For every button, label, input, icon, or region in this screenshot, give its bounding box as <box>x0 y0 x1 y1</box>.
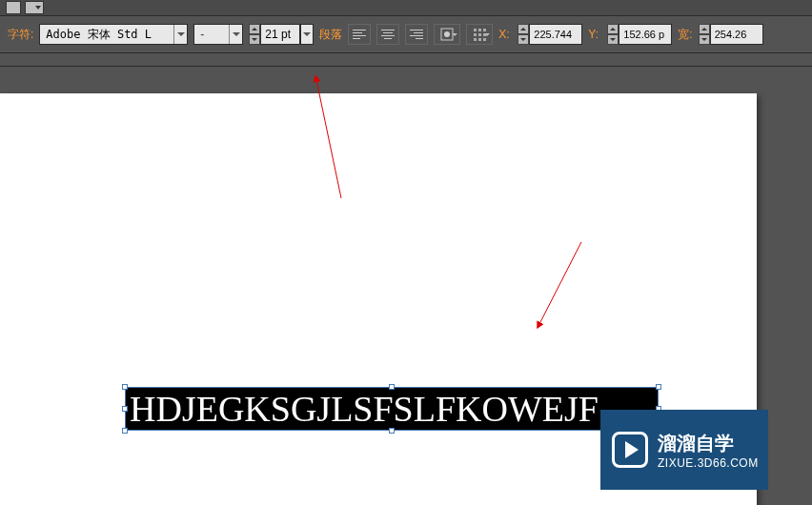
y-down[interactable] <box>607 34 619 45</box>
control-toolbar: 字符: Adobe 宋体 Std L - 21 pt 段落 X: <box>0 15 812 53</box>
grid-button[interactable] <box>466 24 493 45</box>
font-size-input[interactable]: 21 pt <box>260 24 300 45</box>
w-input[interactable]: 254.26 <box>710 24 763 45</box>
font-family-select[interactable]: Adobe 宋体 Std L <box>39 24 188 45</box>
text-content[interactable]: HDJEGKSGJLSFSLFKOWEJF <box>126 388 599 430</box>
watermark: 溜溜自学 ZIXUE.3D66.COM <box>600 410 768 490</box>
font-style-value: - <box>194 28 229 41</box>
y-input[interactable]: 152.66 p <box>619 24 672 45</box>
paragraph-label[interactable]: 段落 <box>319 27 342 43</box>
align-left-button[interactable] <box>348 24 371 45</box>
annotation-arrow-2 <box>532 238 589 333</box>
y-label: Y: <box>588 28 601 41</box>
font-family-dropdown[interactable] <box>173 25 187 44</box>
play-icon <box>612 432 648 468</box>
font-size-dropdown[interactable] <box>300 24 314 45</box>
annotation-arrow-1 <box>311 74 349 208</box>
svg-point-1 <box>444 31 450 37</box>
w-up[interactable] <box>699 24 710 34</box>
text-wrap-button[interactable] <box>434 24 460 45</box>
toolbar-lower-strip <box>0 53 812 67</box>
handle-mid-left[interactable] <box>122 406 128 412</box>
handle-top-left[interactable] <box>122 384 128 390</box>
x-input[interactable]: 225.744 <box>529 24 582 45</box>
font-size-group: 21 pt <box>249 24 314 45</box>
align-right-button[interactable] <box>405 24 428 45</box>
font-family-value: Adobe 宋体 Std L <box>40 27 173 43</box>
svg-line-2 <box>316 80 341 198</box>
font-style-dropdown[interactable] <box>229 25 242 44</box>
watermark-brand: 溜溜自学 <box>658 431 759 456</box>
svg-line-3 <box>539 242 581 324</box>
font-style-select[interactable]: - <box>193 24 243 45</box>
window-icon-2[interactable] <box>25 1 44 14</box>
text-frame[interactable]: HDJEGKSGJLSFSLFKOWEJF <box>125 387 659 431</box>
w-label: 宽: <box>678 27 692 43</box>
handle-bot-mid[interactable] <box>389 428 395 434</box>
handle-top-mid[interactable] <box>389 384 395 390</box>
font-size-up[interactable] <box>249 24 260 34</box>
handle-top-right[interactable] <box>656 384 661 390</box>
watermark-url: ZIXUE.3D66.COM <box>658 456 759 470</box>
align-center-button[interactable] <box>376 24 399 45</box>
x-down[interactable] <box>518 34 529 45</box>
window-icon-1[interactable] <box>6 1 21 14</box>
character-label: 字符: <box>8 27 33 43</box>
app-top-bar <box>0 0 812 15</box>
x-label: X: <box>498 28 512 41</box>
x-up[interactable] <box>518 24 529 34</box>
w-down[interactable] <box>699 34 710 45</box>
y-up[interactable] <box>607 24 619 34</box>
handle-bot-left[interactable] <box>122 428 128 434</box>
font-size-down[interactable] <box>249 34 260 45</box>
